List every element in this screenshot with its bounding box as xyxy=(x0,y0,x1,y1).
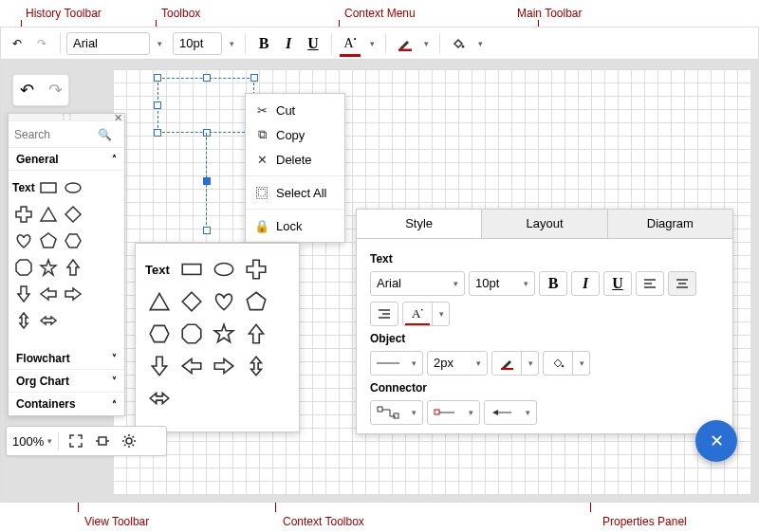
fullscreen-button[interactable] xyxy=(65,430,87,452)
chevron-down-icon[interactable]: ▾ xyxy=(432,303,449,325)
tab-diagram[interactable]: Diagram xyxy=(608,210,732,238)
prop-underline[interactable]: U xyxy=(603,271,632,296)
redo-button[interactable]: ↷ xyxy=(43,78,67,102)
hexagon-shape[interactable] xyxy=(62,229,84,252)
prop-align-right[interactable] xyxy=(370,302,398,326)
underline-button[interactable]: U xyxy=(301,31,325,56)
zoom-select[interactable]: 100% ▾ xyxy=(12,434,52,449)
arrow-up-shape[interactable] xyxy=(242,320,270,348)
font-color-caret[interactable]: ▾ xyxy=(362,31,380,56)
cross-shape[interactable] xyxy=(12,203,35,226)
octagon-shape[interactable] xyxy=(12,256,35,279)
font-color-button[interactable]: A• xyxy=(338,31,362,56)
triangle-shape[interactable] xyxy=(37,203,60,226)
diamond-shape[interactable] xyxy=(177,287,206,316)
prop-font-family[interactable]: Arial▾ xyxy=(370,271,465,296)
connector-endpoint[interactable] xyxy=(203,227,211,234)
fill-color-button[interactable] xyxy=(446,31,471,56)
arrow-up-shape[interactable] xyxy=(62,256,84,279)
text-shape[interactable]: Text xyxy=(145,263,170,277)
menu-cut[interactable]: ✂Cut xyxy=(246,98,344,122)
font-family-caret[interactable]: ▾ xyxy=(150,31,167,56)
cross-shape[interactable] xyxy=(242,255,270,284)
arrow-updown-shape[interactable] xyxy=(12,309,35,332)
italic-button[interactable]: I xyxy=(276,31,301,56)
prop-stroke-color[interactable]: ▾ xyxy=(491,351,539,376)
search-input[interactable] xyxy=(14,128,98,141)
prop-bold[interactable]: B xyxy=(539,271,567,296)
resize-handle[interactable] xyxy=(203,129,211,137)
section-containers[interactable]: Containers˄ xyxy=(9,393,124,415)
selected-rectangle[interactable] xyxy=(157,78,254,133)
close-icon[interactable]: ✕ xyxy=(114,112,122,124)
stroke-color-caret[interactable]: ▾ xyxy=(417,31,434,56)
section-general[interactable]: General˄ xyxy=(9,148,124,171)
section-flowchart[interactable]: Flowchart˅ xyxy=(9,347,124,370)
menu-lock[interactable]: 🔒Lock xyxy=(246,213,344,238)
settings-button[interactable] xyxy=(118,430,140,452)
connector-midpoint[interactable] xyxy=(203,177,211,185)
resize-handle[interactable] xyxy=(203,74,211,82)
arrow-down-shape[interactable] xyxy=(145,352,174,380)
hexagon-shape[interactable] xyxy=(145,320,174,348)
menu-copy[interactable]: ⧉Copy xyxy=(246,122,344,147)
prop-stroke-width[interactable]: 2px▾ xyxy=(427,351,488,376)
heart-shape[interactable] xyxy=(210,287,238,316)
prop-italic[interactable]: I xyxy=(571,271,600,296)
undo-button[interactable]: ↶ xyxy=(5,31,29,56)
font-size-select[interactable]: 10pt xyxy=(173,32,222,55)
redo-button[interactable]: ↷ xyxy=(29,31,54,56)
star-shape[interactable] xyxy=(37,256,60,279)
fill-color-caret[interactable]: ▾ xyxy=(471,31,488,56)
arrow-left-shape[interactable] xyxy=(177,352,206,380)
triangle-shape[interactable] xyxy=(145,287,174,316)
arrow-leftright-shape[interactable] xyxy=(145,384,174,413)
arrow-updown-shape[interactable] xyxy=(242,352,270,380)
rectangle-shape[interactable] xyxy=(37,176,60,199)
search-icon[interactable]: 🔍 xyxy=(98,128,112,141)
menu-delete[interactable]: ✕Delete xyxy=(246,147,344,172)
menu-select-all[interactable]: ⿴Select All xyxy=(246,180,344,205)
prop-font-size[interactable]: 10pt▾ xyxy=(469,271,535,296)
prop-align-center[interactable] xyxy=(668,271,696,296)
tab-style[interactable]: Style xyxy=(357,210,482,238)
prop-fill-color[interactable]: ▾ xyxy=(543,351,590,376)
section-orgchart[interactable]: Org Chart˅ xyxy=(9,370,124,393)
prop-connector-type[interactable]: ▾ xyxy=(370,400,423,425)
font-size-caret[interactable]: ▾ xyxy=(222,31,239,56)
arrow-leftright-shape[interactable] xyxy=(37,309,60,332)
heart-shape[interactable] xyxy=(12,229,35,252)
resize-handle[interactable] xyxy=(154,101,161,109)
resize-handle[interactable] xyxy=(154,74,161,82)
toolbox-drag-handle[interactable]: ✕ xyxy=(9,114,124,121)
star-shape[interactable] xyxy=(210,320,238,348)
ellipse-shape[interactable] xyxy=(210,255,238,284)
resize-handle[interactable] xyxy=(154,129,161,137)
prop-font-color[interactable]: A• ▾ xyxy=(402,302,450,326)
font-family-select[interactable]: Arial xyxy=(66,32,150,55)
undo-button[interactable]: ↶ xyxy=(14,78,39,102)
chevron-down-icon[interactable]: ▾ xyxy=(572,352,589,375)
bold-button[interactable]: B xyxy=(251,31,276,56)
rectangle-shape[interactable] xyxy=(177,255,206,284)
prop-align-left[interactable] xyxy=(636,271,664,296)
tab-layout[interactable]: Layout xyxy=(482,210,607,238)
ellipse-shape[interactable] xyxy=(62,176,84,199)
stroke-color-button[interactable] xyxy=(392,31,417,56)
arrow-down-shape[interactable] xyxy=(12,283,35,305)
arrow-right-shape[interactable] xyxy=(210,352,238,380)
pentagon-shape[interactable] xyxy=(242,287,270,316)
chevron-down-icon[interactable]: ▾ xyxy=(521,352,538,375)
text-shape[interactable]: Text xyxy=(12,181,35,194)
prop-stroke-style[interactable]: ▾ xyxy=(370,351,423,376)
octagon-shape[interactable] xyxy=(177,320,206,348)
diamond-shape[interactable] xyxy=(62,203,84,226)
pentagon-shape[interactable] xyxy=(37,229,60,252)
arrow-right-shape[interactable] xyxy=(62,283,84,305)
autofit-button[interactable] xyxy=(91,430,114,452)
prop-line-end[interactable]: ▾ xyxy=(484,400,537,425)
prop-line-start[interactable]: ▾ xyxy=(427,400,480,425)
fab-close-button[interactable]: ✕ xyxy=(695,420,737,462)
resize-handle[interactable] xyxy=(250,74,258,82)
arrow-left-shape[interactable] xyxy=(37,283,60,305)
